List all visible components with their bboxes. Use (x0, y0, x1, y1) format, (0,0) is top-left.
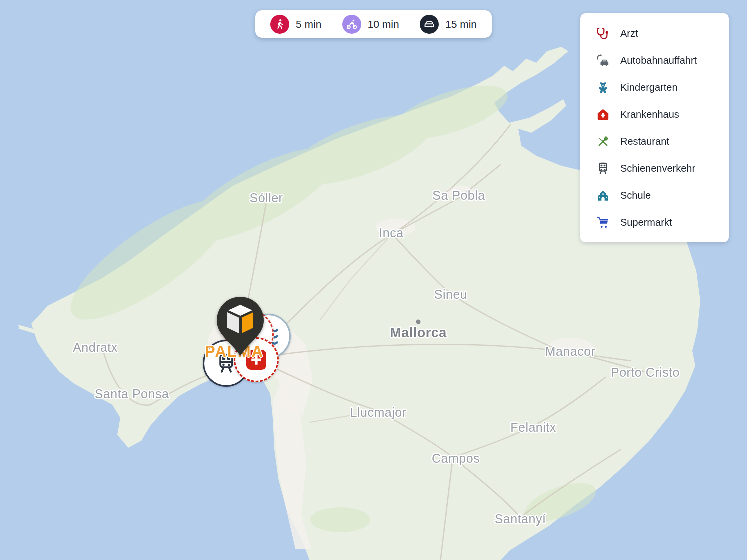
map-label-llucmajor: Llucmajor (350, 406, 407, 420)
bike-time-chip[interactable]: 10 min (342, 15, 399, 34)
legend-label: Arzt (620, 28, 638, 40)
map-app: { "toolbar": { "items": [ { "icon": "wal… (0, 0, 747, 560)
legend-label: Restaurant (620, 136, 669, 148)
map-label-campos: Campos (432, 452, 480, 466)
teddy-bear-icon (596, 81, 610, 94)
car-time-label: 15 min (445, 18, 477, 30)
map-label-sapobla: Sa Pobla (432, 188, 485, 202)
map-label-felanitx: Felanitx (510, 420, 556, 434)
map-label-andratx: Andratx (73, 340, 118, 354)
car-time-chip[interactable]: 15 min (420, 15, 477, 34)
bike-time-label: 10 min (368, 18, 399, 30)
map-label-inca: Inca (379, 226, 403, 240)
legend-label: Supermarkt (620, 217, 672, 228)
legend-item-schule[interactable]: Schule (596, 182, 721, 209)
map-label-manacor: Manacor (545, 344, 596, 358)
school-icon (596, 189, 610, 202)
legend-item-restaurant[interactable]: Restaurant (596, 128, 721, 155)
walk-icon (270, 15, 289, 34)
poi-legend-panel: Arzt Autobahnauffahrt Kindergarten (580, 14, 729, 242)
walk-time-label: 5 min (296, 18, 321, 30)
map-label-portocristo: Porto Cristo (611, 366, 680, 380)
map-label-sineu: Sineu (434, 288, 467, 302)
map-label-mallorca: Mallorca (390, 326, 447, 340)
highway-car-icon (596, 54, 610, 68)
house-cross-icon (596, 108, 610, 122)
legend-label: Schule (620, 190, 651, 202)
legend-label: Kindergarten (620, 82, 678, 94)
legend-item-krankenhaus[interactable]: Krankenhaus (596, 101, 721, 128)
stethoscope-icon (596, 27, 610, 40)
legend-label: Schienenverkehr (620, 163, 695, 174)
legend-label: Autobahnauffahrt (620, 55, 697, 66)
car-icon (420, 15, 439, 34)
map-label-soller: Sóller (250, 191, 283, 205)
legend-item-supermarkt[interactable]: Supermarkt (596, 209, 721, 236)
travel-time-toolbar: 5 min 10 min 15 min (255, 10, 492, 38)
bike-icon (342, 15, 361, 34)
legend-label: Krankenhaus (620, 109, 679, 120)
legend-item-autobahnauffahrt[interactable]: Autobahnauffahrt (596, 47, 721, 74)
cutlery-icon (596, 135, 610, 148)
legend-item-kindergarten[interactable]: Kindergarten (596, 74, 721, 101)
map-label-santanyi: Santanyí (495, 512, 546, 526)
city-dot-mallorca (416, 320, 421, 324)
map-label-santaponsa: Santa Ponsa (95, 387, 169, 401)
train-icon (596, 162, 610, 176)
cart-icon (596, 216, 610, 230)
legend-item-arzt[interactable]: Arzt (596, 20, 721, 47)
walk-time-chip[interactable]: 5 min (270, 15, 321, 34)
property-pin[interactable] (210, 294, 270, 359)
legend-item-schienenverkehr[interactable]: Schienenverkehr (596, 155, 721, 182)
